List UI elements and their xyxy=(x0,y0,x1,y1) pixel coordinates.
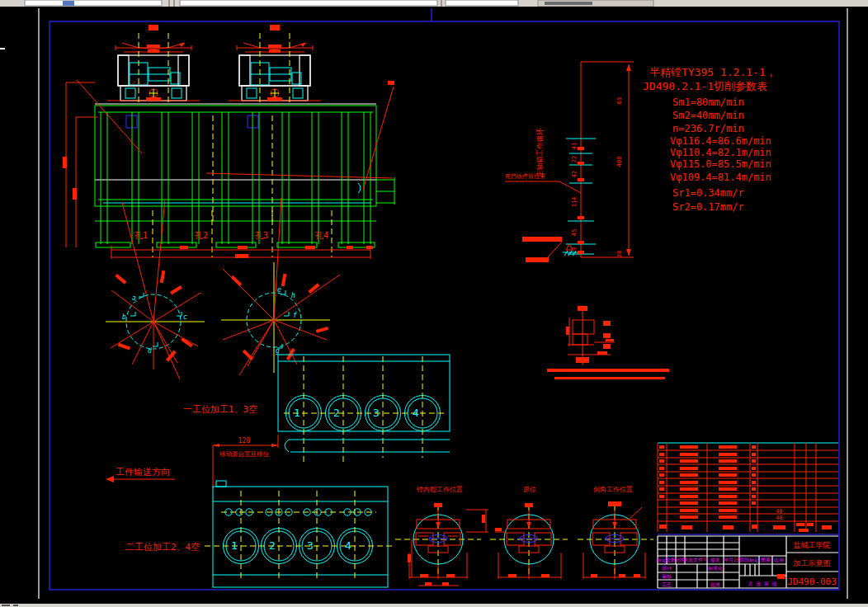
cad-window: 孔1 孔2 孔3 孔4 a b c d xyxy=(0,0,868,607)
params-row: Vφ115.0=85.5m/min xyxy=(670,158,771,170)
bore-number: 2 xyxy=(269,539,276,552)
status-bar xyxy=(0,604,868,607)
toolbar-field[interactable] xyxy=(446,0,518,6)
params-row: Vφ116.4=86.6m/min xyxy=(670,135,771,147)
params-row: Sm2=40mm/min xyxy=(672,110,744,121)
tb-doc: 更改文件号 xyxy=(683,557,708,562)
hole-label: 孔4 xyxy=(314,231,328,240)
detail-label: 原位 xyxy=(523,486,536,493)
bore-number: 3 xyxy=(307,539,314,552)
toolbar xyxy=(0,0,868,7)
cycle-note: 死挡铁停留位置 xyxy=(505,173,545,180)
cycle-dim: 114 xyxy=(571,197,578,208)
tb-standardize: 标准化 xyxy=(707,565,723,572)
bore-number: 4 xyxy=(413,407,419,419)
spindle-speed-label xyxy=(270,25,280,31)
tb-drawing-title: 加工示意图 xyxy=(794,559,831,567)
toolbar-field[interactable] xyxy=(180,0,437,6)
tb-drawing-number: JD490-003 xyxy=(787,576,837,587)
params-row: Sr2=0.17mm/r xyxy=(672,201,744,213)
tb-process: 工艺 xyxy=(662,581,672,587)
cycle-dim: 42 xyxy=(571,171,578,177)
index-letter: f xyxy=(293,312,297,319)
tb-weight: 重量 xyxy=(760,557,771,562)
index-letter: b xyxy=(122,313,126,321)
params-title-2: JD490.2.1-1切削参数表 xyxy=(643,80,767,92)
bore-number: 1 xyxy=(294,407,300,419)
tb-stage: 阶段标记 xyxy=(739,557,759,563)
bore-number: 3 xyxy=(373,407,380,419)
params-row: Sr1=0.34mm/r xyxy=(672,187,744,199)
cycle-dim: 28 xyxy=(616,251,623,257)
cycle-total-dim: 400 xyxy=(616,156,623,167)
tb-organization: 盐城工学院 xyxy=(794,541,831,549)
shift-note: 移动滑台宽且移位 xyxy=(219,450,270,458)
index-letter: a xyxy=(132,294,136,302)
index-letter: c xyxy=(183,313,187,321)
tb-check: 审核 xyxy=(662,573,672,579)
hole-label: 孔2 xyxy=(194,231,208,240)
detail-label: 镗内腔工作位置 xyxy=(416,486,463,493)
bore-number: 1 xyxy=(231,539,238,552)
bore-number: 2 xyxy=(333,407,340,419)
tb-design: 设计 xyxy=(662,565,672,571)
cycle-dim: 63 xyxy=(616,97,623,104)
params-row: n=236.7r/min xyxy=(672,123,744,134)
conveyor-bar xyxy=(554,377,665,379)
tb-scale: 比例 xyxy=(774,557,784,563)
parts-qty: 40 xyxy=(776,508,782,515)
station1-label: 一工位加工1、3空 xyxy=(183,404,257,415)
tb-sign: 签名 xyxy=(710,557,720,563)
tb-approve: 批准 xyxy=(710,581,720,588)
hole-label: 孔3 xyxy=(254,231,268,240)
shift-dimension: 120 xyxy=(238,437,251,445)
tb-date: 年月日 xyxy=(724,557,738,563)
toolbar-separator xyxy=(168,0,170,7)
tb-sheet: 共 张 第 张 xyxy=(748,581,777,587)
params-row: Vφ110.4=82.1m/min xyxy=(670,147,771,158)
index-letter: e xyxy=(277,286,281,294)
cycle-dim: 22 xyxy=(571,156,578,162)
dropdown-text-fragment xyxy=(545,2,592,5)
index-letter: h xyxy=(291,292,295,299)
conveyor-bar xyxy=(547,369,669,372)
transport-label: 工件输送方向 xyxy=(116,467,170,478)
station2-label: 二工位加工2、4空 xyxy=(125,542,200,553)
spindle-speed-label xyxy=(149,25,158,31)
toolbar-separator xyxy=(173,0,175,7)
bore-number: 4 xyxy=(345,539,351,552)
cycle-title: 主轴箱工作循环 xyxy=(535,128,544,177)
cycle-dim: 41 xyxy=(571,143,578,149)
index-letter: g xyxy=(276,347,280,355)
params-title-1: 半精镗TY395 1.2.1-1， xyxy=(649,66,776,78)
parts-qty: 40 xyxy=(776,515,782,521)
hole-label: 孔1 xyxy=(134,231,148,240)
cycle-dim: 45 xyxy=(571,229,578,236)
toolbar-separator xyxy=(441,0,442,7)
index-letter: d xyxy=(148,347,152,355)
detail-label: 倒角工作位置 xyxy=(593,486,633,493)
toolbar-field[interactable] xyxy=(25,0,162,6)
table-icon[interactable] xyxy=(63,1,74,6)
params-row: Vφ109.4=81.4m/min xyxy=(670,172,771,183)
params-row: Sm1=80mm/min xyxy=(672,96,744,108)
